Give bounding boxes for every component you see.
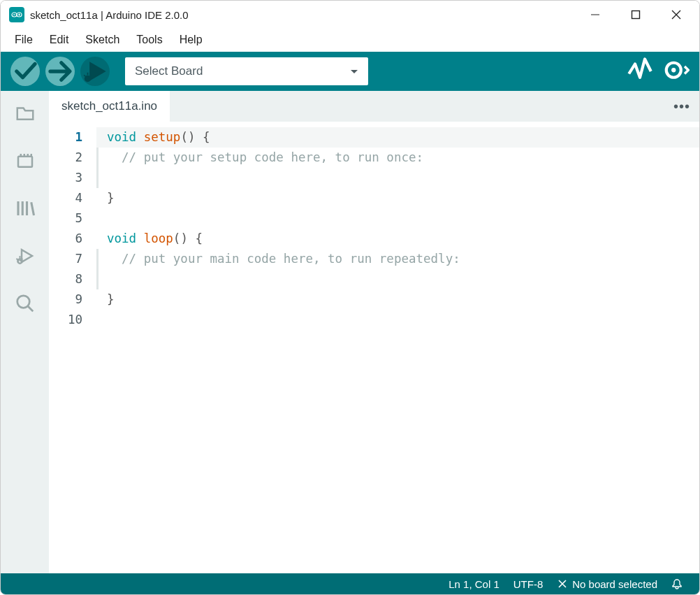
menu-sketch[interactable]: Sketch [77, 31, 128, 49]
x-icon [557, 578, 568, 589]
status-encoding[interactable]: UTF-8 [506, 578, 550, 590]
svg-rect-6 [18, 157, 32, 167]
upload-button[interactable] [45, 57, 75, 86]
notifications-button[interactable] [664, 578, 690, 589]
code-area[interactable]: void setup() { // put your setup code he… [96, 122, 699, 573]
editor-tabs: sketch_oct11a.ino ••• [49, 91, 699, 122]
code-editor[interactable]: 12345678910 void setup() { // put your s… [49, 122, 699, 573]
debug-play-icon [15, 245, 36, 266]
maximize-icon [631, 10, 641, 20]
svg-point-8 [17, 296, 29, 308]
svg-point-5 [671, 68, 676, 72]
tab-sketch[interactable]: sketch_oct11a.ino [49, 91, 170, 122]
debug-button[interactable] [80, 57, 110, 86]
code-line[interactable]: // put your main code here, to run repea… [96, 249, 699, 269]
activity-bar [1, 91, 49, 573]
line-number: 5 [49, 208, 82, 229]
menubar: File Edit Sketch Tools Help [1, 29, 699, 52]
tab-label: sketch_oct11a.ino [61, 99, 157, 113]
menu-help[interactable]: Help [171, 31, 211, 49]
minimize-icon [590, 10, 600, 20]
tab-more-button[interactable]: ••• [664, 91, 699, 122]
close-icon [671, 10, 681, 20]
toolbar: Select Board [1, 52, 699, 91]
code-line[interactable] [96, 269, 699, 289]
verify-button[interactable] [10, 57, 40, 86]
board-selector[interactable]: Select Board [125, 57, 368, 85]
arrow-right-icon [45, 57, 75, 86]
code-line[interactable] [96, 168, 699, 188]
titlebar: sketch_oct11a | Arduino IDE 2.0.0 [1, 1, 699, 29]
debug-icon [80, 57, 110, 86]
search-button[interactable] [11, 289, 39, 317]
board-icon [15, 150, 36, 171]
code-line[interactable]: void loop() { [96, 229, 699, 249]
line-number: 10 [49, 310, 82, 330]
monitor-icon [660, 57, 690, 86]
line-number: 6 [49, 229, 82, 249]
status-cursor[interactable]: Ln 1, Col 1 [442, 578, 506, 590]
line-number: 7 [49, 249, 82, 269]
main-area: sketch_oct11a.ino ••• 12345678910 void s… [1, 91, 699, 573]
code-line[interactable]: void setup() { [96, 127, 699, 148]
close-button[interactable] [656, 1, 697, 29]
debug-panel-button[interactable] [11, 242, 39, 270]
line-number: 1 [49, 127, 82, 148]
menu-file[interactable]: File [6, 31, 41, 49]
maximize-button[interactable] [615, 1, 656, 29]
library-manager-button[interactable] [11, 194, 39, 222]
svg-rect-2 [632, 11, 640, 19]
search-icon [15, 293, 36, 314]
app-window: sketch_oct11a | Arduino IDE 2.0.0 File E… [0, 0, 700, 595]
boards-manager-button[interactable] [11, 147, 39, 175]
serial-plotter-button[interactable] [625, 57, 655, 86]
library-icon [15, 198, 36, 219]
menu-edit[interactable]: Edit [41, 31, 78, 49]
status-board[interactable]: No board selected [550, 578, 664, 590]
code-line[interactable]: } [96, 188, 699, 208]
status-bar: Ln 1, Col 1 UTF-8 No board selected [1, 573, 699, 594]
code-line[interactable]: } [96, 289, 699, 310]
chevron-down-icon [350, 64, 358, 78]
code-line[interactable]: // put your setup code here, to run once… [96, 148, 699, 168]
editor-zone: sketch_oct11a.ino ••• 12345678910 void s… [49, 91, 699, 573]
bell-icon [671, 578, 683, 589]
arduino-logo-icon [9, 7, 24, 22]
check-icon [10, 57, 40, 86]
line-number: 3 [49, 168, 82, 188]
line-number: 4 [49, 188, 82, 208]
board-selector-label: Select Board [135, 64, 203, 78]
code-line[interactable] [96, 310, 699, 330]
serial-monitor-button[interactable] [660, 57, 690, 86]
window-title: sketch_oct11a | Arduino IDE 2.0.0 [30, 9, 189, 21]
line-number: 8 [49, 269, 82, 289]
sketchbook-button[interactable] [11, 99, 39, 127]
folder-icon [15, 103, 36, 124]
line-number: 9 [49, 289, 82, 310]
line-gutter: 12345678910 [49, 122, 96, 573]
code-line[interactable] [96, 208, 699, 229]
plotter-icon [625, 57, 655, 86]
minimize-button[interactable] [575, 1, 615, 29]
line-number: 2 [49, 148, 82, 168]
ellipsis-icon: ••• [673, 99, 690, 115]
menu-tools[interactable]: Tools [128, 31, 170, 49]
